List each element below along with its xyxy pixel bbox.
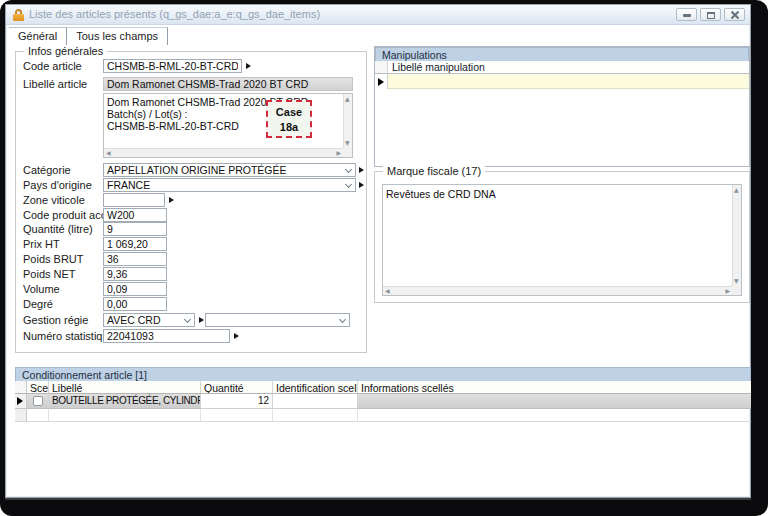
degre-input[interactable] [103,297,167,311]
row-marker-icon [17,397,23,405]
prix-ht-label: Prix HT [23,238,60,251]
poids-net-label: Poids NET [23,268,76,281]
conditionnement-row[interactable]: BOUTEILLE PROTÉGÉE, CYLINDRIQUE 12 [15,394,751,409]
scroll-left-icon[interactable]: ◀ [106,150,111,156]
pays-origine-value: FRANCE [107,179,150,191]
description-textarea[interactable]: Dom Ramonet CHSMB-Trad 2020 BT CRD Batch… [103,93,353,158]
column-header-informations-scelles: Informations scellés [358,381,751,394]
column-header-identification-scelles: Identification scellés [273,381,358,394]
quantite-litre-label: Quantité (litre) [23,223,93,236]
scel-cell [27,394,49,409]
minimize-icon [683,14,691,17]
column-header-scel: Scel [27,381,49,394]
close-button[interactable] [724,8,745,21]
lock-icon [13,9,24,21]
chevron-down-icon [345,166,352,173]
scroll-right-icon[interactable]: ▶ [725,288,730,294]
gestion-regie-label: Gestion régie [23,314,88,327]
numero-statistique-label: Numéro statistique [23,330,115,343]
code-article-detail-arrow-icon[interactable] [246,63,251,69]
manipulations-panel: Manipulations Libellé manipulation [374,46,750,167]
quantite-litre-input[interactable] [103,222,167,236]
volume-input[interactable] [103,282,167,296]
identification-scelles-cell[interactable] [273,394,358,409]
numero-statistique-detail-arrow-icon[interactable] [234,333,239,339]
informations-scelles-cell [358,409,751,422]
gestion-regie-detail-arrow-icon[interactable] [199,317,204,323]
scroll-down-icon[interactable]: ▼ [734,278,739,284]
window-controls [676,8,745,21]
categorie-combobox[interactable]: APPELLATION ORIGINE PROTÉGÉE (AOP/AOC) [103,163,356,177]
zone-viticole-detail-arrow-icon[interactable] [169,197,174,203]
titlebar[interactable]: Liste des articles présents (q_gs_dae:a_… [6,5,750,25]
manipulations-header-row: Libellé manipulation [375,61,749,74]
chevron-down-icon [184,316,191,323]
window-title: Liste des articles présents (q_gs_dae:a_… [29,8,320,20]
identification-scelles-cell [273,409,358,422]
annotation-line1: Case [268,105,310,120]
current-row-marker-cell [15,394,27,409]
maximize-icon [707,12,715,19]
poids-brut-input[interactable] [103,252,167,266]
close-icon [731,11,739,19]
quantite-cell [201,409,273,422]
annotation-line2: 18a [268,120,310,135]
scroll-down-icon[interactable]: ▼ [345,140,350,146]
libelle-cell [49,409,201,422]
libelle-cell[interactable]: BOUTEILLE PROTÉGÉE, CYLINDRIQUE [49,394,201,409]
scroll-up-icon[interactable]: ▲ [734,187,739,193]
vertical-scrollbar[interactable]: ▲▼ [732,185,741,286]
horizontal-scrollbar[interactable]: ◀▶ [383,286,732,295]
infos-generales-title: Infos générales [24,45,107,57]
tab-general[interactable]: Général [9,27,67,45]
app-window: Liste des articles présents (q_gs_dae:a_… [5,4,751,498]
column-header-libelle: Libellé [49,381,201,394]
scroll-up-icon[interactable]: ▲ [345,96,350,102]
conditionnement-empty-row[interactable] [15,409,751,422]
code-produit-accise-input[interactable] [103,208,167,222]
manipulation-row[interactable] [375,74,749,89]
tab-tous-les-champs[interactable]: Tous les champs [67,27,168,45]
scrollbar-corner [343,148,352,157]
description-line: Dom Ramonet CHSMB-Trad 2020 BT CRD [104,94,352,108]
pays-origine-detail-arrow-icon[interactable] [359,182,364,188]
gestion-regie-secondary-combobox[interactable] [205,313,350,327]
manipulation-libelle-cell[interactable] [388,74,749,89]
categorie-label: Catégorie [23,164,71,177]
chevron-down-icon [339,316,346,323]
quantite-cell[interactable]: 12 [201,394,273,409]
description-line: Batch(s) / Lot(s) : [104,108,352,120]
scel-cell [27,409,49,422]
column-header-quantite: Quantité [201,381,273,394]
horizontal-scrollbar[interactable]: ◀▶ [104,148,343,157]
screenshot-frame: Liste des articles présents (q_gs_dae:a_… [0,0,768,516]
scroll-right-icon[interactable]: ▶ [336,150,341,156]
informations-scelles-cell[interactable] [358,394,751,409]
poids-brut-label: Poids BRUT [23,253,84,266]
prix-ht-input[interactable] [103,237,167,251]
categorie-detail-arrow-icon[interactable] [359,167,364,173]
libelle-article-readonly-field: Dom Ramonet CHSMB-Trad 2020 BT CRD [103,77,353,91]
minimize-button[interactable] [676,8,697,21]
marque-fiscale-text: Revêtues de CRD DNA [383,185,741,200]
code-article-input[interactable] [103,59,242,73]
zone-viticole-input[interactable] [103,193,165,207]
maximize-button[interactable] [700,8,721,21]
libelle-article-label: Libellé article [23,78,87,91]
degre-label: Degré [23,298,53,311]
libelle-manipulation-column-header: Libellé manipulation [388,61,749,74]
poids-net-input[interactable] [103,267,167,281]
scrollbar-corner [732,286,741,295]
row-marker-header-cell [15,381,27,394]
pays-origine-label: Pays d'origine [23,179,92,192]
numero-statistique-input[interactable] [103,329,230,343]
marque-fiscale-textarea[interactable]: Revêtues de CRD DNA ▲▼ ◀▶ [382,184,742,296]
annotation-case-18a: Case 18a [266,100,312,138]
tab-bar: Général Tous les champs [9,27,168,45]
row-marker-icon [378,78,384,86]
gestion-regie-combobox[interactable]: AVEC CRD [103,313,195,327]
scel-checkbox[interactable] [33,396,43,406]
pays-origine-combobox[interactable]: FRANCE [103,178,356,192]
scroll-left-icon[interactable]: ◀ [385,288,390,294]
vertical-scrollbar[interactable]: ▲▼ [343,94,352,148]
